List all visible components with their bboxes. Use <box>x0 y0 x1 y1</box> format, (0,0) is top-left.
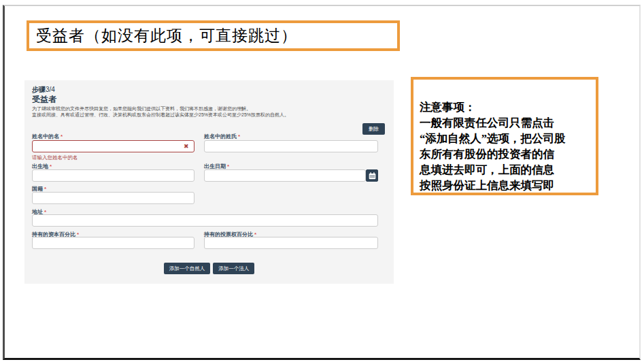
add-legal-person-button[interactable]: 添加一个法人 <box>213 263 254 274</box>
required-asterisk: * <box>44 186 46 192</box>
nationality-input[interactable] <box>32 192 194 204</box>
first-name-error: 请输入您姓名中的名 <box>32 154 78 161</box>
note-text: 注意事项： 一般有限责任公司只需点击 “添加自然人”选项，把公司股 东所有有股份… <box>420 101 566 195</box>
step-label: 步骤 <box>32 86 46 93</box>
form-description: 为了继续审核您的文件并尽快回复您，如果您能向我们提供以下资料，我们将不胜感激，谢… <box>32 105 386 118</box>
add-natural-person-button[interactable]: 添加一个自然人 <box>164 263 211 274</box>
first-name-input[interactable] <box>32 140 194 152</box>
calendar-button[interactable] <box>366 169 378 182</box>
note-box: 注意事项： 一般有限责任公司只需点击 “添加自然人”选项，把公司股 东所有有股份… <box>411 77 598 195</box>
page: 受益者（如没有此项，可直接跳过） 注意事项： 一般有限责任公司只需点击 “添加自… <box>0 0 644 362</box>
form-description-line1: 为了继续审核您的文件并尽快回复您，如果您能向我们提供以下资料，我们将不胜感激，谢… <box>32 105 386 112</box>
address-input[interactable] <box>32 214 378 227</box>
first-name-label: 姓名中的名* <box>32 133 194 140</box>
page-title-box: 受益者（如没有此项，可直接跳过） <box>27 20 400 51</box>
capital-percent-input[interactable] <box>32 237 194 249</box>
required-asterisk: * <box>61 133 63 139</box>
page-title: 受益者（如没有此项，可直接跳过） <box>36 25 297 46</box>
required-asterisk: * <box>50 163 52 169</box>
required-asterisk: * <box>227 163 229 169</box>
last-name-label: 姓名中的姓氏* <box>204 133 378 140</box>
voting-percent-input[interactable] <box>204 237 378 249</box>
birth-date-input[interactable] <box>204 169 366 182</box>
form-description-line2: 直接或间接、具有或通过管理、行政、决策机构或股东会控制着超过该实体至少25%资本… <box>32 112 386 118</box>
birth-place-input[interactable] <box>32 169 194 182</box>
bottom-button-row: 添加一个自然人 添加一个法人 <box>24 263 394 274</box>
last-name-input[interactable] <box>204 140 378 152</box>
calendar-icon <box>369 172 376 180</box>
form-heading: 受益者 <box>32 94 56 105</box>
required-asterisk: * <box>238 133 240 139</box>
step-indicator: 步骤3/4 <box>32 85 55 95</box>
step-value: 3/4 <box>46 86 55 93</box>
beneficiary-form-panel: 步骤3/4 受益者 为了继续审核您的文件并尽快回复您，如果您能向我们提供以下资料… <box>24 80 394 284</box>
